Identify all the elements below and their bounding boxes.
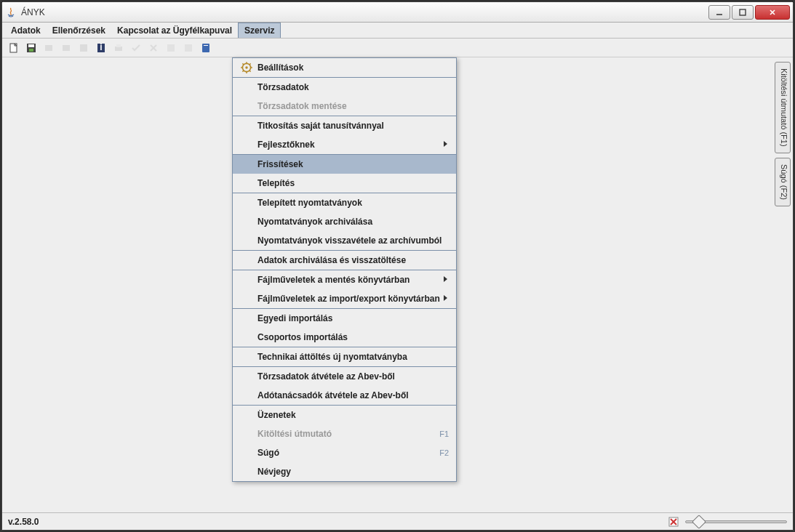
svg-rect-7 xyxy=(29,49,33,52)
menu-item-technikai-tt-lt-s-j-nyomtatv-nyba[interactable]: Technikai áttöltés új nyomtatványba xyxy=(233,347,456,366)
menu-item-f-jlm-veletek-az-import-export-k-nyvt-rban[interactable]: Fájlműveletek az import/export könyvtárb… xyxy=(233,289,456,308)
submenu-arrow-icon xyxy=(443,294,449,304)
menu-item-label: Fejlesztőknek xyxy=(257,140,443,150)
menu-item-friss-t-sek[interactable]: Frissítések xyxy=(233,155,456,174)
menu-item-nyomtatv-nyok-archiv-l-sa[interactable]: Nyomtatványok archiválása xyxy=(233,212,456,231)
menu-item-label: Telepítés xyxy=(257,178,449,188)
menu-item-egyedi-import-l-s[interactable]: Egyedi importálás xyxy=(233,309,456,328)
menu-item-adatok-archiv-l-sa-s-visszat-lt-se[interactable]: Adatok archiválása és visszatöltése xyxy=(233,251,456,270)
svg-rect-14 xyxy=(116,44,121,47)
menu-item-zenetek[interactable]: Üzenetek xyxy=(233,406,456,424)
version-label: v.2.58.0 xyxy=(8,517,39,527)
side-tab-help[interactable]: Súgó (F2) xyxy=(775,158,791,206)
tool-11-icon xyxy=(181,41,196,55)
menu-item-label: Egyedi importálás xyxy=(257,313,449,323)
menu-item-label: Törzsadatok xyxy=(257,82,449,92)
menu-item-ad-tan-csad-k-tv-tele-az-abev-b-l[interactable]: Adótanácsadók átvétele az Abev-ből xyxy=(233,386,456,405)
status-error-icon[interactable] xyxy=(668,516,679,528)
svg-rect-17 xyxy=(167,44,175,52)
svg-rect-9 xyxy=(63,45,70,51)
slider-thumb[interactable] xyxy=(692,515,706,529)
menu-ellenorzesek[interactable]: Ellenőrzések xyxy=(47,23,111,38)
toolbar: i xyxy=(2,39,793,57)
menu-item-label: Titkosítás saját tanusítvánnyal xyxy=(257,121,449,131)
svg-rect-8 xyxy=(45,45,52,51)
menu-item-label: Beállítások xyxy=(257,63,449,73)
menu-item-fejleszt-knek[interactable]: Fejlesztőknek xyxy=(233,135,456,154)
tool-4-icon xyxy=(59,41,73,55)
svg-rect-1 xyxy=(740,9,746,15)
menu-szerviz[interactable]: Szerviz xyxy=(238,23,281,38)
svg-rect-19 xyxy=(202,44,209,52)
minimize-button[interactable] xyxy=(708,5,730,20)
titlebar: ÁNYK xyxy=(2,2,793,23)
svg-text:i: i xyxy=(100,42,102,52)
menubar: Adatok Ellenőrzések Kapcsolat az Ügyfélk… xyxy=(2,23,793,39)
tool-3-icon xyxy=(41,41,56,55)
side-tabs: Kitöltési útmutató (F1) Súgó (F2) xyxy=(772,57,793,512)
content-area: BeállításokTörzsadatokTörzsadatok mentés… xyxy=(2,57,772,512)
menu-item-label: Törzsadatok mentése xyxy=(257,101,449,111)
svg-rect-6 xyxy=(28,44,34,47)
menu-item-label: Súgó xyxy=(257,448,439,458)
menu-item-be-ll-t-sok[interactable]: Beállítások xyxy=(233,58,456,77)
menu-item-n-vjegy[interactable]: Névjegy xyxy=(233,462,456,481)
menu-item-kit-lt-si-tmutat: Kitöltési útmutatóF1 xyxy=(233,424,456,443)
menu-item-label: Nyomtatványok visszavétele az archívumbó… xyxy=(257,235,449,246)
menu-item-label: Kitöltési útmutató xyxy=(257,429,439,439)
menu-item-t-rzsadatok[interactable]: Törzsadatok xyxy=(233,78,456,97)
submenu-arrow-icon xyxy=(443,275,449,285)
svg-rect-18 xyxy=(185,44,192,52)
check-icon xyxy=(129,41,143,55)
menu-item-f-jlm-veletek-a-ment-s-k-nyvt-rban[interactable]: Fájlműveletek a mentés könyvtárban xyxy=(233,270,456,289)
gear-icon xyxy=(240,61,253,74)
menu-item-telep-tett-nyomtatv-nyok[interactable]: Telepített nyomtatványok xyxy=(233,193,456,212)
menu-item-label: Nyomtatványok archiválása xyxy=(257,217,449,227)
menu-item-label: Törzsadatok átvétele az Abev-ből xyxy=(257,371,449,382)
menu-item-titkos-t-s-saj-t-tanus-tv-nnyal[interactable]: Titkosítás saját tanusítvánnyal xyxy=(233,116,456,135)
maximize-button[interactable] xyxy=(732,5,754,20)
menu-item-t-rzsadatok-tv-tele-az-abev-b-l[interactable]: Törzsadatok átvétele az Abev-ből xyxy=(233,367,456,386)
menu-item-label: Névjegy xyxy=(257,467,449,477)
svg-line-28 xyxy=(249,70,251,72)
save-icon[interactable] xyxy=(24,41,39,55)
info-icon[interactable]: i xyxy=(94,41,108,55)
side-tab-guide[interactable]: Kitöltési útmutató (F1) xyxy=(775,62,791,153)
app-window: ÁNYK Adatok Ellenőrzések Kapcsolat az Üg… xyxy=(1,1,794,531)
szerviz-dropdown: BeállításokTörzsadatokTörzsadatok mentés… xyxy=(232,57,457,482)
menu-item-label: Adótanácsadók átvétele az Abev-ből xyxy=(257,390,449,400)
print-icon xyxy=(111,41,126,55)
menu-adatok[interactable]: Adatok xyxy=(5,23,47,38)
menu-item-label: Technikai áttöltés új nyomtatványba xyxy=(257,352,449,362)
menu-item-label: Fájlműveletek az import/export könyvtárb… xyxy=(257,294,443,304)
shortcut-label: F2 xyxy=(439,448,449,457)
menu-item-label: Frissítések xyxy=(257,159,449,169)
window-controls xyxy=(708,5,790,20)
menu-item-label: Telepített nyomtatványok xyxy=(257,198,449,208)
menu-item-s-g[interactable]: SúgóF2 xyxy=(233,443,456,462)
svg-line-30 xyxy=(242,70,244,72)
menu-item-t-rzsadatok-ment-se: Törzsadatok mentése xyxy=(233,97,456,116)
close-button[interactable] xyxy=(755,5,790,20)
menu-item-csoportos-import-l-s[interactable]: Csoportos importálás xyxy=(233,328,456,347)
menu-item-label: Csoportos importálás xyxy=(257,332,449,342)
java-icon xyxy=(5,7,17,18)
menu-kapcsolat[interactable]: Kapcsolat az Ügyfélkapuval xyxy=(111,23,238,38)
new-icon[interactable] xyxy=(7,41,21,55)
svg-point-22 xyxy=(245,66,247,68)
svg-rect-20 xyxy=(204,45,208,46)
menu-item-label: Adatok archiválása és visszatöltése xyxy=(257,255,449,265)
tool-5-icon xyxy=(76,41,91,55)
menu-item-nyomtatv-nyok-visszav-tele-az-arch-vumb-l[interactable]: Nyomtatványok visszavétele az archívumbó… xyxy=(233,231,456,250)
delete-icon xyxy=(146,41,161,55)
tool-10-icon xyxy=(164,41,178,55)
submenu-arrow-icon xyxy=(443,140,449,150)
zoom-slider[interactable] xyxy=(685,516,787,528)
book-icon[interactable] xyxy=(199,41,213,55)
shortcut-label: F1 xyxy=(439,430,449,438)
body-area: BeállításokTörzsadatokTörzsadatok mentés… xyxy=(2,57,793,512)
svg-line-29 xyxy=(249,63,251,65)
menu-item-telep-t-s[interactable]: Telepítés xyxy=(233,174,456,193)
statusbar: v.2.58.0 xyxy=(2,512,793,530)
window-title: ÁNYK xyxy=(21,7,708,17)
